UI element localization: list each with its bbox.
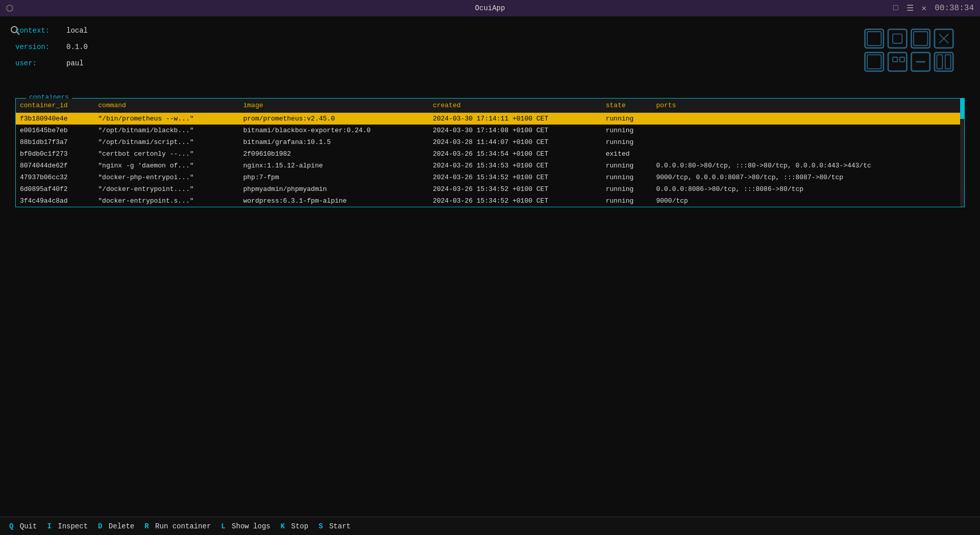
close-icon[interactable]: ✕: [922, 3, 927, 13]
cell-created: 2024-03-26 15:34:53 +0100 CET: [429, 160, 602, 172]
scrollbar-thumb[interactable]: [960, 99, 964, 119]
toolbar-key: D: [98, 522, 102, 530]
col-header-image: image: [239, 99, 429, 113]
user-value: paul: [66, 59, 84, 67]
col-header-ports: ports: [652, 99, 964, 113]
cell-image: wordpress:6.3.1-fpm-alpine: [239, 195, 429, 207]
cell-image: bitnami/grafana:10.1.5: [239, 136, 429, 148]
cell-command: "/bin/prometheus --w...": [94, 113, 239, 125]
svg-rect-15: [900, 57, 904, 62]
toolbar-items: Q QuitI InspectD DeleteR Run containerL …: [4, 517, 356, 535]
cell-created: 2024-03-26 15:34:52 +0100 CET: [429, 183, 602, 195]
col-header-state: state: [602, 99, 652, 113]
toolbar: Q QuitI InspectD DeleteR Run containerL …: [0, 517, 980, 535]
cell-state: running: [602, 183, 652, 195]
containers-body: f3b180940e4e "/bin/prometheus --w..." pr…: [16, 113, 964, 207]
table-row[interactable]: f3b180940e4e "/bin/prometheus --w..." pr…: [16, 113, 964, 125]
toolbar-label: Quit: [15, 522, 37, 530]
cell-state: running: [602, 136, 652, 148]
version-value: 0.1.0: [66, 43, 88, 51]
cell-image: phpmyadmin/phpmyadmin: [239, 183, 429, 195]
scrollbar[interactable]: [960, 99, 964, 207]
containers-section: containers container_id command image cr…: [15, 98, 965, 207]
cell-command: "docker-entrypoint.s...": [94, 195, 239, 207]
cell-command: "/opt/bitnami/script...": [94, 136, 239, 148]
cell-image: prom/prometheus:v2.45.0: [239, 113, 429, 125]
cell-id: bf0db0c1f273: [16, 148, 94, 160]
context-label: context:: [15, 27, 66, 35]
cell-state: running: [602, 125, 652, 136]
cell-command: "certbot certonly --...": [94, 148, 239, 160]
app-title: OcuiApp: [475, 4, 505, 12]
cell-state: running: [602, 160, 652, 172]
table-row[interactable]: 8074044de62f "nginx -g 'daemon of..." ng…: [16, 160, 964, 172]
table-row[interactable]: bf0db0c1f273 "certbot certonly --..." 2f…: [16, 148, 964, 160]
cell-ports: [652, 148, 964, 160]
cell-created: 2024-03-30 17:14:08 +0100 CET: [429, 125, 602, 136]
cell-ports: [652, 113, 964, 125]
main-content: context: local version: 0.1.0 user: paul: [0, 16, 980, 217]
col-header-id: container_id: [16, 99, 94, 113]
maximize-icon[interactable]: □: [893, 4, 898, 13]
cell-ports: 9000/tcp: [652, 195, 964, 207]
version-label: version:: [15, 43, 66, 51]
cell-id: f3b180940e4e: [16, 113, 94, 125]
menu-icon[interactable]: ☰: [906, 3, 914, 13]
table-row[interactable]: 6d0895af40f2 "/docker-entrypoint...." ph…: [16, 183, 964, 195]
toolbar-label: Show logs: [228, 522, 271, 530]
toolbar-key: S: [318, 522, 323, 530]
svg-rect-19: [937, 55, 942, 68]
cell-ports: [652, 136, 964, 148]
cell-id: 6d0895af40f2: [16, 183, 94, 195]
cell-created: 2024-03-26 15:34:52 +0100 CET: [429, 172, 602, 183]
context-row: context: local: [15, 27, 965, 35]
cell-command: "docker-php-entrypoi...": [94, 172, 239, 183]
table-row[interactable]: 88b1db17f3a7 "/opt/bitnami/script..." bi…: [16, 136, 964, 148]
toolbar-item-stop[interactable]: K Stop: [276, 517, 313, 535]
cell-image: php:7-fpm: [239, 172, 429, 183]
user-row: user: paul: [15, 59, 965, 67]
cell-state: running: [602, 172, 652, 183]
app-icon: [6, 5, 13, 12]
containers-table: container_id command image created state…: [16, 99, 964, 207]
cell-created: 2024-03-28 11:44:07 +0100 CET: [429, 136, 602, 148]
version-row: version: 0.1.0: [15, 43, 965, 51]
cell-created: 2024-03-30 17:14:11 +0100 CET: [429, 113, 602, 125]
toolbar-label: Inspect: [54, 522, 88, 530]
toolbar-key: Q: [9, 522, 13, 530]
toolbar-key: L: [221, 522, 225, 530]
cell-image: nginx:1.15.12-alpine: [239, 160, 429, 172]
svg-rect-14: [893, 57, 897, 62]
svg-rect-20: [945, 55, 951, 68]
cell-id: 3f4c49a4c8ad: [16, 195, 94, 207]
cell-image: 2f09610b1982: [239, 148, 429, 160]
svg-rect-4: [888, 29, 906, 47]
context-value: local: [66, 27, 88, 35]
toolbar-item-quit[interactable]: Q Quit: [4, 517, 42, 535]
cell-ports: 0.0.0.0:80->80/tcp, :::80->80/tcp, 0.0.0…: [652, 160, 964, 172]
table-row[interactable]: 3f4c49a4c8ad "docker-entrypoint.s..." wo…: [16, 195, 964, 207]
toolbar-item-run-container[interactable]: R Run container: [139, 517, 216, 535]
svg-rect-7: [914, 32, 927, 45]
cell-state: running: [602, 113, 652, 125]
cell-id: e001645be7eb: [16, 125, 94, 136]
toolbar-key: I: [47, 522, 51, 530]
toolbar-item-inspect[interactable]: I Inspect: [42, 517, 93, 535]
cell-state: running: [602, 195, 652, 207]
toolbar-label: Run container: [151, 522, 211, 530]
cell-created: 2024-03-26 15:34:54 +0100 CET: [429, 148, 602, 160]
app-logo: [863, 27, 965, 88]
toolbar-item-show-logs[interactable]: L Show logs: [216, 517, 275, 535]
table-row[interactable]: e001645be7eb "/opt/bitnami/blackb..." bi…: [16, 125, 964, 136]
cell-ports: 9000/tcp, 0.0.0.0:8087->80/tcp, :::8087-…: [652, 172, 964, 183]
toolbar-item-delete[interactable]: D Delete: [93, 517, 139, 535]
toolbar-label: Delete: [104, 522, 134, 530]
toolbar-label: Start: [325, 522, 351, 530]
toolbar-key: R: [144, 522, 149, 530]
svg-rect-5: [893, 34, 902, 43]
cell-id: 47937b06cc32: [16, 172, 94, 183]
cell-ports: 0.0.0.0:8086->80/tcp, :::8086->80/tcp: [652, 183, 964, 195]
table-row[interactable]: 47937b06cc32 "docker-php-entrypoi..." ph…: [16, 172, 964, 183]
toolbar-item-start[interactable]: S Start: [313, 517, 356, 535]
cell-command: "nginx -g 'daemon of...": [94, 160, 239, 172]
